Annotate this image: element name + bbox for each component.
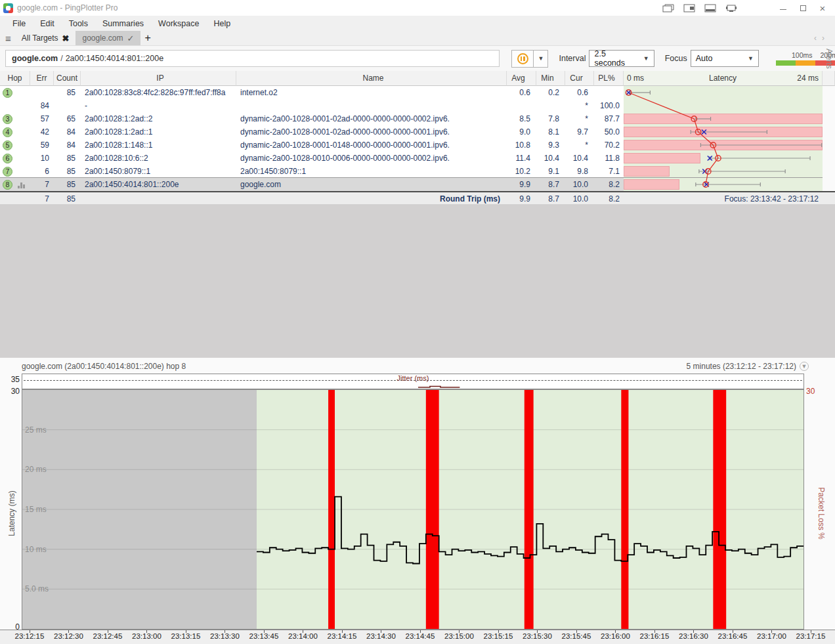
- name-value: dynamic-2a00-1028-0001-0148-0000-0000-00…: [236, 139, 507, 152]
- err-value: 84: [30, 99, 54, 112]
- trace-table: Hop Err Count IP Name Avg Min Cur PL% 0 …: [0, 71, 835, 204]
- table-row[interactable]: 559842a00:1028:1:148::1dynamic-2a00-1028…: [0, 139, 835, 152]
- interval-select[interactable]: 2.5 seconds ▼: [589, 50, 654, 67]
- table-row[interactable]: 76852a00:1450:8079::12a00:1450:8079::110…: [0, 165, 835, 178]
- ip-value: -: [81, 99, 236, 112]
- targets-menu-icon[interactable]: ≡: [0, 33, 15, 45]
- table-header-row: Hop Err Count IP Name Avg Min Cur PL% 0 …: [0, 71, 835, 86]
- time-tick-label: 23:12:15: [15, 632, 45, 640]
- count-value: 85: [54, 178, 81, 191]
- footer-min: 8.7: [536, 192, 565, 204]
- close-tab-icon[interactable]: ✖: [62, 33, 70, 43]
- col-header-avg[interactable]: Avg: [507, 71, 536, 86]
- menu-file[interactable]: File: [5, 17, 33, 30]
- table-row[interactable]: 357652a00:1028:1:2ad::2dynamic-2a00-1028…: [0, 112, 835, 125]
- tab-scroll-arrows[interactable]: ‹›: [814, 33, 830, 43]
- pl-value: [594, 86, 624, 99]
- pl-value: 70.2: [594, 139, 624, 152]
- pl-value: 8.2: [594, 178, 624, 191]
- chevron-down-icon: ▼: [800, 362, 809, 371]
- alerts-side-tab[interactable]: Alerts: [824, 47, 834, 70]
- target-address-box[interactable]: google.com / 2a00:1450:4014:801::200e: [5, 50, 500, 67]
- new-tab-button[interactable]: +: [140, 32, 156, 45]
- name-value: [236, 99, 507, 112]
- ip-value: 2a00:1028:1:148::1: [81, 139, 236, 152]
- footer-pl: 8.2: [594, 192, 624, 204]
- side-panel-icon[interactable]: [683, 4, 695, 12]
- col-header-min[interactable]: Min: [536, 71, 565, 86]
- packet-loss-bar: [624, 114, 823, 124]
- bottom-panel-icon[interactable]: [704, 4, 716, 12]
- table-row[interactable]: 84-*100.0: [0, 99, 835, 112]
- table-row[interactable]: 1852a00:1028:83c8:4fc2:828c:97ff:fed7:ff…: [0, 86, 835, 99]
- col-header-hop[interactable]: Hop: [0, 71, 30, 86]
- menu-edit[interactable]: Edit: [33, 17, 62, 30]
- avg-value: 10.2: [507, 165, 536, 178]
- time-tick-label: 23:15:15: [484, 632, 513, 640]
- tab-bar: ≡ All Targets ✖ google.com ✓ + ‹›: [0, 31, 835, 45]
- avg-value: 9.9: [507, 178, 536, 191]
- err-value: [30, 86, 54, 99]
- table-row[interactable]: 87852a00:1450:4014:801::200egoogle.com9.…: [0, 178, 835, 191]
- menu-tools[interactable]: Tools: [62, 17, 95, 30]
- pause-button[interactable]: [511, 50, 534, 68]
- name-value: 2a00:1450:8079::1: [236, 165, 507, 178]
- timeline-title: google.com (2a00:1450:4014:801::200e) ho…: [22, 362, 186, 371]
- min-value: [536, 99, 565, 112]
- table-row[interactable]: 442842a00:1028:1:2ad::1dynamic-2a00-1028…: [0, 125, 835, 139]
- col-header-cur[interactable]: Cur: [565, 71, 594, 86]
- min-value: 0.2: [536, 86, 565, 99]
- timeline-plot[interactable]: 25 ms20 ms15 ms10 ms5.0 ms: [22, 389, 804, 630]
- hop-number-badge: 1: [3, 88, 12, 98]
- pl-value: 11.8: [594, 152, 624, 165]
- maximize-button[interactable]: [793, 1, 813, 15]
- col-header-name[interactable]: Name: [236, 71, 507, 86]
- count-value: 85: [54, 86, 81, 99]
- window-title: google.com - PingPlotter Pro: [17, 3, 118, 12]
- target-host: google.com: [12, 54, 58, 63]
- latency-graph-cell: [624, 165, 823, 178]
- latency-graph-cell: [624, 99, 823, 112]
- ip-value: 2a00:1028:1:2ad::1: [81, 125, 236, 139]
- tab-check-icon: ✓: [127, 33, 135, 43]
- close-button[interactable]: ×: [813, 1, 832, 15]
- focus-label: Focus: [665, 54, 687, 63]
- menu-workspace[interactable]: Workspace: [151, 17, 206, 30]
- time-tick-label: 23:12:30: [54, 632, 83, 640]
- tab-google-com[interactable]: google.com ✓: [75, 31, 140, 45]
- time-tick-label: 23:17:00: [757, 632, 786, 640]
- time-tick-label: 23:13:15: [171, 632, 201, 640]
- y-axis-title: Latency (ms): [7, 477, 16, 549]
- tab-all-targets[interactable]: All Targets ✖: [15, 31, 76, 45]
- col-header-count[interactable]: Count: [54, 71, 81, 86]
- min-value: 9.3: [536, 139, 565, 152]
- focus-select[interactable]: Auto ▼: [691, 50, 759, 67]
- time-tick-label: 23:16:15: [640, 632, 670, 640]
- graphed-hop-icon: [18, 181, 25, 188]
- menu-summaries[interactable]: Summaries: [95, 17, 151, 30]
- time-range-select[interactable]: 5 minutes (23:12:12 - 23:17:12) ▼: [687, 362, 809, 371]
- pl-value: 87.7: [594, 112, 624, 125]
- cascade-windows-icon[interactable]: [662, 4, 674, 12]
- time-tick-label: 23:15:45: [562, 632, 591, 640]
- pause-dropdown-button[interactable]: ▼: [534, 50, 548, 68]
- avg-value: 9.0: [507, 125, 536, 139]
- table-row[interactable]: 610852a00:1028:10:6::2dynamic-2a00-1028-…: [0, 152, 835, 165]
- cur-value: 10.4: [565, 152, 594, 165]
- minimize-button[interactable]: [773, 1, 793, 15]
- name-value: dynamic-2a00-1028-0001-02ad-0000-0000-00…: [236, 125, 507, 139]
- col-header-err[interactable]: Err: [30, 71, 54, 86]
- monitor-icon[interactable]: [725, 4, 737, 12]
- menu-help[interactable]: Help: [206, 17, 238, 30]
- pl-value: 100.0: [594, 99, 624, 112]
- latency-graph-cell: [624, 139, 823, 152]
- y2-axis-max: 30: [806, 387, 815, 396]
- avg-value: [507, 99, 536, 112]
- latency-graph-cell: [624, 125, 823, 139]
- title-bar: google.com - PingPlotter Pro ×: [0, 0, 835, 16]
- footer-cur: 10.0: [565, 192, 594, 204]
- col-header-ip[interactable]: IP: [81, 71, 236, 86]
- col-header-latency[interactable]: 0 ms Latency 24 ms: [624, 71, 823, 86]
- cur-value: *: [565, 139, 594, 152]
- col-header-pl[interactable]: PL%: [594, 71, 624, 86]
